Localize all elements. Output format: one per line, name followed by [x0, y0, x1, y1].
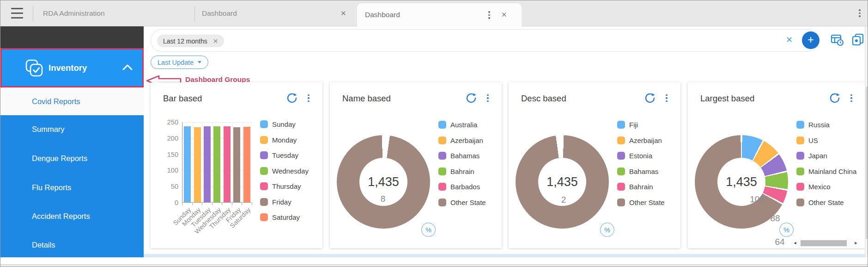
sidebar-item-flu-reports[interactable]: Flu Reports [0, 174, 144, 201]
sidebar-item-dengue-reports[interactable]: Dengue Reports [0, 144, 144, 172]
x-axis-tick [222, 203, 222, 205]
legend-swatch [438, 152, 446, 160]
scrollbar-thumb[interactable] [801, 240, 847, 246]
legend-swatch [438, 199, 446, 206]
bar-slot [202, 122, 212, 202]
legend-item[interactable]: Friday [260, 198, 309, 206]
legend-item[interactable]: Mainland China [796, 168, 856, 175]
scrollbar-track[interactable] [799, 240, 852, 246]
legend-item[interactable]: Estonia [617, 152, 665, 160]
app-window: RDA Administration Dashboard ✕ Dashboard… [0, 0, 868, 267]
legend-item[interactable]: US [796, 137, 856, 144]
chart-legend: SundayMondayTuesdayWednesdayThursdayFrid… [260, 120, 309, 221]
legend-item[interactable]: Bahamas [438, 152, 486, 160]
legend-item[interactable]: Bahrain [438, 168, 486, 175]
legend-item[interactable]: Bahrain [617, 183, 665, 191]
bar [233, 127, 240, 202]
y-axis: 250200150100500 [154, 118, 178, 207]
bar [224, 126, 231, 202]
bar-slot [232, 122, 242, 202]
legend-swatch [617, 183, 625, 191]
legend-item[interactable]: Saturday [260, 213, 309, 221]
legend-swatch [617, 137, 625, 144]
add-filter-button[interactable]: + [802, 31, 819, 49]
legend-item[interactable]: Other State [617, 199, 665, 206]
legend-item[interactable]: Azerbaijan [617, 137, 665, 144]
legend-item[interactable]: Tuesday [260, 151, 309, 159]
legend-item[interactable]: Japan [796, 152, 856, 160]
vertical-scrollbar-thumb[interactable] [866, 87, 868, 239]
horizontal-scrollbar[interactable]: ◄ ► [791, 239, 860, 247]
percent-badge[interactable]: % [600, 223, 614, 237]
legend-item[interactable]: Mexico [796, 183, 856, 191]
hamburger-menu-icon[interactable] [11, 8, 23, 19]
y-axis-tick-label: 250 [154, 118, 178, 126]
refresh-icon[interactable] [466, 93, 477, 104]
legend-item[interactable]: Monday [260, 136, 309, 144]
sidebar-item-details[interactable]: Details [0, 231, 144, 259]
bar-slot [182, 122, 192, 202]
chart-legend: RussiaUSJapanMainland ChinaMexicoOther S… [796, 121, 856, 206]
filter-bar: Last 12 months ✕ ✕ + [151, 29, 819, 52]
legend-item[interactable]: Bahamas [617, 168, 665, 175]
close-icon[interactable]: ✕ [340, 0, 346, 26]
tab-rda-administration[interactable]: RDA Administration [43, 0, 105, 26]
legend-label: Thursday [272, 182, 301, 190]
legend-item[interactable]: Australia [438, 121, 486, 129]
legend-swatch [260, 136, 268, 144]
chevron-up-icon[interactable] [122, 64, 133, 70]
legend-item[interactable]: Other State [438, 199, 486, 206]
legend-item[interactable]: Thursday [260, 182, 309, 190]
legend-item[interactable]: Azerbaijan [438, 137, 486, 144]
card-menu-kebab-icon[interactable] [666, 94, 668, 102]
bar-slot [192, 122, 202, 202]
refresh-icon[interactable] [829, 93, 840, 104]
report-schedule-icon[interactable] [831, 33, 844, 46]
legend-label: Azerbaijan [629, 137, 662, 144]
card-menu-kebab-icon[interactable] [487, 94, 489, 102]
legend-label: Bahrain [450, 168, 474, 175]
clear-filters-icon[interactable]: ✕ [786, 35, 793, 45]
legend-item[interactable]: Russia [796, 121, 856, 129]
legend-label: Saturday [272, 213, 300, 221]
copy-dashboard-icon[interactable] [851, 33, 865, 46]
last-update-dropdown[interactable]: Last Update [151, 56, 208, 69]
card-menu-kebab-icon[interactable] [308, 94, 310, 102]
legend-item[interactable]: Sunday [260, 120, 309, 128]
sidebar-item-summary[interactable]: Summary [0, 115, 144, 143]
bar [184, 126, 191, 202]
sidebar-item-covid-reports[interactable]: Covid Reports [0, 87, 144, 115]
legend-swatch [617, 168, 625, 175]
bar [213, 126, 220, 202]
tab-dashboard-active[interactable]: Dashboard ✕ [357, 3, 522, 27]
vertical-scrollbar[interactable] [865, 26, 868, 264]
card-menu-kebab-icon[interactable] [850, 94, 852, 102]
x-axis-tick [252, 203, 252, 205]
tab-dashboard-1[interactable]: Dashboard [202, 0, 237, 26]
filter-chip-last-12-months[interactable]: Last 12 months ✕ [157, 35, 224, 47]
refresh-icon[interactable] [644, 93, 656, 104]
donut-slice-label: 88 [770, 213, 780, 224]
legend-item[interactable]: Wednesday [260, 167, 309, 175]
legend-item[interactable]: Fiji [617, 121, 665, 129]
legend-label: Monday [272, 136, 297, 144]
close-icon[interactable]: ✕ [501, 3, 507, 26]
x-axis-tick [192, 203, 193, 205]
chip-close-icon[interactable]: ✕ [213, 37, 219, 45]
percent-badge[interactable]: % [421, 223, 436, 237]
legend-item[interactable]: Barbados [438, 183, 486, 191]
legend-swatch [438, 137, 446, 144]
scroll-left-icon[interactable]: ◄ [791, 239, 799, 247]
sidebar-item-accident-reports[interactable]: Accident Reports [0, 202, 144, 230]
donut-slice-label: 64 [775, 237, 784, 247]
scroll-right-icon[interactable]: ► [852, 239, 860, 247]
percent-badge[interactable]: % [779, 223, 794, 237]
card-desc-based: Desc based 1,435 FijiAzerbaijanEstoniaBa… [509, 82, 680, 248]
tab-menu-kebab-icon[interactable] [488, 11, 490, 19]
y-axis-tick-label: 0 [154, 199, 178, 207]
bar [204, 126, 211, 202]
refresh-icon[interactable] [286, 93, 297, 104]
legend-item[interactable]: Other State [796, 199, 856, 206]
sidebar-group-inventory[interactable]: Inventory [0, 48, 144, 87]
window-overflow-kebab-icon[interactable] [859, 9, 861, 17]
